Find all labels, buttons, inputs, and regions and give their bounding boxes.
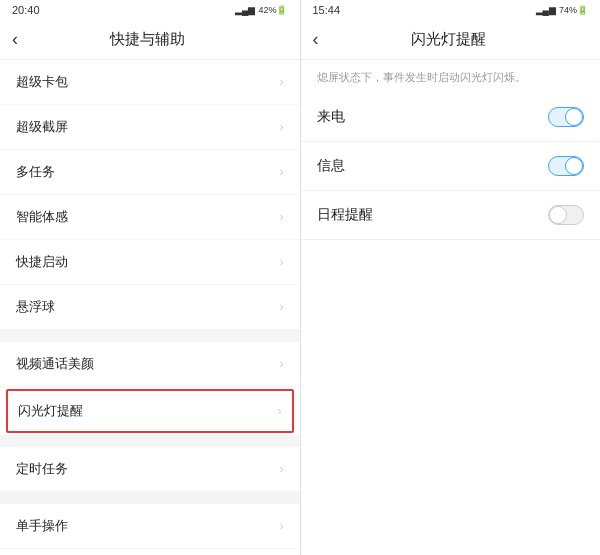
chevron-icon: › bbox=[280, 120, 284, 134]
chevron-icon: › bbox=[280, 357, 284, 371]
menu-item-quick-launch[interactable]: 快捷启动 › bbox=[0, 240, 300, 285]
battery-icon: 42%🔋 bbox=[258, 5, 287, 15]
left-time: 20:40 bbox=[12, 4, 40, 16]
menu-item-label: 智能体感 bbox=[16, 208, 68, 226]
menu-item-multitask[interactable]: 多任务 › bbox=[0, 150, 300, 195]
chevron-icon: › bbox=[280, 255, 284, 269]
chevron-icon: › bbox=[280, 210, 284, 224]
menu-item-label: 快捷启动 bbox=[16, 253, 68, 271]
left-back-button[interactable]: ‹ bbox=[12, 29, 18, 50]
section-divider-2 bbox=[0, 435, 300, 447]
chevron-icon: › bbox=[280, 75, 284, 89]
toggle-switch-message[interactable] bbox=[548, 156, 584, 176]
toggle-label: 日程提醒 bbox=[317, 206, 373, 224]
menu-item-accessibility[interactable]: 无障碍 › bbox=[0, 549, 300, 555]
toggle-switch-schedule[interactable] bbox=[548, 205, 584, 225]
right-time: 15:44 bbox=[313, 4, 341, 16]
right-page-title: 闪光灯提醒 bbox=[329, 30, 569, 49]
section-divider-3 bbox=[0, 492, 300, 504]
menu-item-video-beauty[interactable]: 视频通话美颜 › bbox=[0, 342, 300, 387]
menu-item-label: 悬浮球 bbox=[16, 298, 55, 316]
menu-item-label: 超级卡包 bbox=[16, 73, 68, 91]
toggle-item-schedule-reminder[interactable]: 日程提醒 bbox=[301, 191, 601, 240]
signal-icon: ▂▄▆ bbox=[235, 5, 255, 15]
left-status-icons: ▂▄▆ 42%🔋 bbox=[235, 5, 287, 15]
menu-item-label: 单手操作 bbox=[16, 517, 68, 535]
toggle-label: 信息 bbox=[317, 157, 345, 175]
menu-item-float-ball[interactable]: 悬浮球 › bbox=[0, 285, 300, 330]
menu-item-label: 超级截屏 bbox=[16, 118, 68, 136]
right-status-icons: ▂▄▆ 74%🔋 bbox=[536, 5, 588, 15]
right-top-bar: ‹ 闪光灯提醒 bbox=[301, 20, 601, 60]
left-top-bar: ‹ 快捷与辅助 bbox=[0, 20, 300, 60]
toggle-item-incoming-call[interactable]: 来电 bbox=[301, 93, 601, 142]
menu-item-label: 多任务 bbox=[16, 163, 55, 181]
chevron-icon: › bbox=[280, 165, 284, 179]
right-back-button[interactable]: ‹ bbox=[313, 29, 319, 50]
toggle-switch-incoming-call[interactable] bbox=[548, 107, 584, 127]
section-divider bbox=[0, 330, 300, 342]
menu-item-flash-reminder[interactable]: 闪光灯提醒 › bbox=[6, 389, 294, 433]
signal-icon: ▂▄▆ bbox=[536, 5, 556, 15]
menu-item-label: 闪光灯提醒 bbox=[18, 402, 83, 420]
flash-description: 熄屏状态下，事件发生时启动闪光灯闪烁。 bbox=[301, 60, 601, 93]
right-status-bar: 15:44 ▂▄▆ 74%🔋 bbox=[301, 0, 601, 20]
menu-item-super-screenshot[interactable]: 超级截屏 › bbox=[0, 105, 300, 150]
chevron-icon: › bbox=[280, 300, 284, 314]
menu-item-label: 视频通话美颜 bbox=[16, 355, 94, 373]
chevron-icon: › bbox=[278, 404, 282, 418]
left-page-title: 快捷与辅助 bbox=[28, 30, 268, 49]
chevron-icon: › bbox=[280, 462, 284, 476]
menu-item-smart-sense[interactable]: 智能体感 › bbox=[0, 195, 300, 240]
left-phone-panel: 20:40 ▂▄▆ 42%🔋 ‹ 快捷与辅助 超级卡包 › 超级截屏 › 多任务… bbox=[0, 0, 300, 555]
menu-item-super-card[interactable]: 超级卡包 › bbox=[0, 60, 300, 105]
left-menu-list: 超级卡包 › 超级截屏 › 多任务 › 智能体感 › 快捷启动 › 悬浮球 › … bbox=[0, 60, 300, 555]
chevron-icon: › bbox=[280, 519, 284, 533]
toggle-item-message[interactable]: 信息 bbox=[301, 142, 601, 191]
left-status-bar: 20:40 ▂▄▆ 42%🔋 bbox=[0, 0, 300, 20]
toggle-label: 来电 bbox=[317, 108, 345, 126]
battery-icon: 74%🔋 bbox=[559, 5, 588, 15]
menu-item-timer-task[interactable]: 定时任务 › bbox=[0, 447, 300, 492]
right-phone-panel: 15:44 ▂▄▆ 74%🔋 ‹ 闪光灯提醒 熄屏状态下，事件发生时启动闪光灯闪… bbox=[301, 0, 601, 555]
menu-item-label: 定时任务 bbox=[16, 460, 68, 478]
menu-item-one-hand[interactable]: 单手操作 › bbox=[0, 504, 300, 549]
